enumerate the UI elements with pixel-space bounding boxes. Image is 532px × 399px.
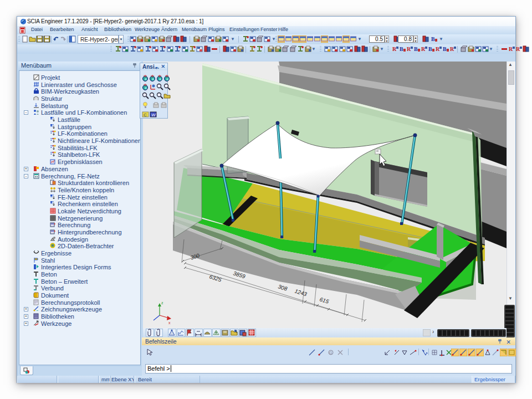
svg-text:B: B <box>400 46 403 52</box>
svg-text:R: R <box>516 46 520 52</box>
svg-text:z: z <box>161 301 163 305</box>
svg-text:R: R <box>421 46 426 52</box>
svg-text:R: R <box>407 46 411 52</box>
svg-text:B: B <box>431 36 435 42</box>
svg-text:B: B <box>414 46 418 52</box>
svg-text:B: B <box>443 46 447 52</box>
svg-text:x: x <box>168 321 171 325</box>
svg-text:R: R <box>509 46 513 52</box>
svg-text:R: R <box>392 46 397 52</box>
svg-text:G: G <box>329 351 332 355</box>
svg-text:R: R <box>450 46 454 52</box>
svg-text:B: B <box>428 46 432 52</box>
svg-text:R: R <box>436 46 440 52</box>
svg-text:C: C <box>144 112 147 117</box>
